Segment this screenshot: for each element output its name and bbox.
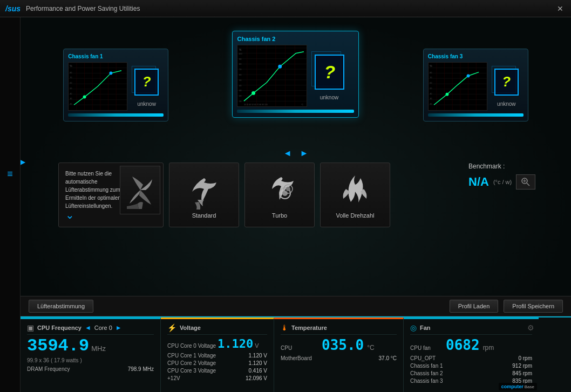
menu-icon[interactable]: ≡ [7, 168, 13, 180]
dram-freq-row: DRAM Frequency 798.9 MHz [27, 366, 154, 372]
cpu-core2-value: 1.120 V [249, 360, 267, 366]
svg-text:70: 70 [240, 68, 242, 71]
close-button[interactable]: ✕ [555, 3, 566, 14]
svg-point-84 [286, 187, 290, 191]
fan-settings-gear-icon[interactable]: ⚙ [527, 323, 534, 332]
temp-title: Temperature [291, 325, 327, 331]
fan-title: Fan [420, 325, 431, 331]
chassis-fan2-row: Chassis fan 2 845 rpm [410, 370, 532, 376]
fan-card-2-title: Chassis fan 2 [237, 36, 354, 42]
cpu-core2-row: CPU Core 2 Voltage 1.120 V [167, 360, 267, 366]
fan-card-3[interactable]: Chassis fan 3 [423, 49, 528, 121]
fan-header: ◎ Fan [410, 323, 532, 335]
voltage-icon: ⚡ [167, 323, 176, 332]
cpu-core1-value: 1.120 V [249, 353, 267, 359]
profil-speichern-button[interactable]: Profil Speichern [504, 300, 563, 313]
fan-nav-arrows: ◄ ► [31, 144, 560, 163]
temp-icon: 🌡 [281, 323, 288, 332]
fan-card-1-question: ? unknow [132, 66, 161, 107]
benchmark-search-button[interactable] [516, 174, 535, 190]
standard-profile[interactable]: Standard [169, 163, 239, 227]
fan-card-2[interactable]: Chassis fan 2 [232, 31, 359, 118]
svg-text:40: 40 [240, 84, 242, 87]
cpu-fan-unit: rpm [483, 344, 494, 352]
fan-cards-container: Chassis fan 1 [31, 25, 560, 144]
watermark-base: Base [525, 384, 534, 389]
voltage-panel: ⚡ Voltage CPU Core 0 Voltage 1.120 V CPU… [161, 317, 274, 392]
cpu-core3-label: CPU Core 3 Voltage [167, 368, 216, 374]
cpu-opt-label: CPU_OPT [410, 355, 436, 361]
cpu-freq-nav-right[interactable]: ► [115, 324, 122, 332]
cpu-core3-value: 0.416 V [249, 368, 267, 374]
svg-text:30: 30 [430, 97, 432, 100]
dram-freq-value: 798.9 MHz [128, 366, 154, 372]
main-container: ≡ ▶ Chassis fan 1 [0, 17, 571, 392]
cpu-core2-label: CPU Core 2 Voltage [167, 360, 216, 366]
cpu-freq-nav-left[interactable]: ◄ [85, 324, 91, 332]
svg-text:80: 80 [430, 71, 432, 73]
temp-header: 🌡 Temperature [281, 323, 397, 335]
fan-card-2-content: % 100 90 80 70 60 50 40 30 20 10 [237, 45, 354, 107]
action-bar: Lüfterabstimmung Profil Laden Profil Spe… [21, 296, 571, 316]
motherboard-temp-label: MotherBoard [281, 355, 312, 361]
svg-line-86 [527, 183, 529, 186]
asus-logo: /sus [5, 4, 21, 13]
nav-prev-arrow[interactable]: ◄ [283, 148, 292, 158]
fan-card-1-bar [68, 113, 164, 117]
temperature-panel: 🌡 Temperature CPU 035.0 °C MotherBoard 3… [274, 317, 404, 392]
svg-text:30: 30 [70, 97, 72, 100]
svg-text:70: 70 [70, 76, 72, 79]
svg-point-71 [445, 92, 448, 96]
cpu-freq-header: ▣ CPU Frequency ◄ Core 0 ► [27, 323, 154, 335]
standard-label: Standard [192, 212, 216, 219]
svg-point-15 [83, 95, 86, 98]
auto-profile-tooltip: Bitte nutzen Sie die automatische Lüfter… [58, 163, 164, 227]
cpu-core1-row: CPU Core 1 Voltage 1.120 V [167, 353, 267, 359]
svg-point-43 [278, 65, 282, 69]
turbo-label: Turbo [272, 212, 287, 219]
max-profile[interactable]: Volle Drehzahl [320, 163, 390, 227]
benchmark-value: N/A [468, 175, 489, 189]
cpu-core0-voltage-row: CPU Core 0 Voltage 1.120 V [167, 337, 267, 350]
lufterabstimmung-button[interactable]: Lüfterabstimmung [29, 300, 93, 313]
cpu-temp-row: CPU 035.0 °C [281, 337, 397, 353]
chassis-fan3-label: Chassis fan 3 [410, 378, 443, 384]
turbo-icon [261, 172, 298, 212]
12v-row: +12V 12.096 V [167, 375, 267, 381]
svg-text:°C: °C [302, 104, 304, 106]
fan-card-3-content: % 80 70 60 50 40 30 20 [428, 62, 524, 111]
svg-point-42 [252, 91, 256, 95]
fan-card-1-content: % 80 70 60 50 40 30 20 [68, 62, 164, 111]
cpu-freq-nav-label: Core 0 [94, 325, 112, 331]
turbo-profile[interactable]: Turbo [244, 163, 315, 227]
cpu-freq-panel: ▣ CPU Frequency ◄ Core 0 ► 3594.9 MHz 99… [21, 317, 161, 392]
motherboard-temp-value: 37.0 °C [379, 355, 397, 361]
cpu-fan-row: CPU fan 0682 rpm [410, 337, 532, 353]
fan-card-2-label: unknow [320, 94, 338, 100]
svg-point-16 [110, 71, 113, 75]
cpu-opt-value: 0 rpm [518, 355, 532, 361]
12v-value: 12.096 V [246, 375, 267, 381]
voltage-title: Voltage [180, 325, 201, 331]
svg-text:20: 20 [70, 103, 72, 105]
max-icon [336, 172, 374, 212]
svg-text:40: 40 [430, 92, 432, 94]
cpu-fan-value: 0682 [446, 337, 480, 353]
fan-card-3-title: Chassis fan 3 [428, 53, 524, 59]
fan-card-1[interactable]: Chassis fan 1 [63, 49, 168, 121]
cpu-freq-unit: MHz [91, 344, 106, 353]
svg-text:90: 90 [240, 58, 242, 60]
auto-profile-card[interactable] [120, 166, 160, 214]
stats-bar: ▣ CPU Frequency ◄ Core 0 ► 3594.9 MHz 99… [21, 316, 571, 392]
max-label: Volle Drehzahl [336, 212, 375, 219]
svg-text:80: 80 [70, 71, 72, 73]
svg-text:50: 50 [70, 86, 72, 89]
cpu-core0-voltage-label: CPU Core 0 Voltage [167, 343, 216, 349]
profil-laden-button[interactable]: Profil Laden [450, 300, 499, 313]
svg-text:80: 80 [240, 63, 242, 65]
chassis-fan1-label: Chassis fan 1 [410, 363, 443, 369]
main-content: Chassis fan 1 [21, 17, 571, 392]
nav-next-arrow[interactable]: ► [300, 148, 309, 158]
cpu-temp-unit: °C [367, 344, 374, 352]
svg-text:30: 30 [240, 89, 242, 92]
